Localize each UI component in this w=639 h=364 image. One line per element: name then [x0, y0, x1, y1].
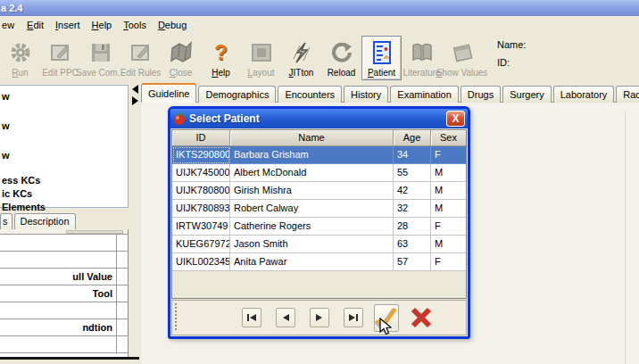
main-tabstrip: Guideline Demographics Encounters Histor…	[141, 83, 639, 103]
record-navigator	[242, 308, 363, 327]
window-title: a 2.4	[1, 3, 22, 13]
tab-guideline[interactable]: Guideline	[141, 83, 196, 103]
name-label: Name:	[497, 39, 526, 50]
content-divider	[625, 112, 626, 364]
tab-demographics[interactable]: Demographics	[198, 86, 276, 103]
edit-rules-button[interactable]: Edit Rules	[120, 36, 161, 80]
window-titlebar[interactable]: a 2.4	[0, 0, 639, 16]
table-row[interactable]	[0, 252, 128, 269]
floppy-disk-icon	[90, 39, 112, 66]
next-record-icon	[315, 313, 324, 322]
patient-row[interactable]: IRTW30749 Catherine Rogers 28 F	[172, 218, 466, 236]
menu-debug[interactable]: Debug	[154, 18, 194, 32]
table-row[interactable]	[0, 302, 128, 319]
last-record-icon	[348, 313, 359, 322]
lightning-bolt-icon	[291, 39, 312, 66]
panel-splitter[interactable]	[131, 82, 141, 364]
tab-encounters[interactable]: Encounters	[278, 86, 342, 103]
menu-insert[interactable]: Insert	[51, 18, 87, 32]
patient-row[interactable]: UIJK780800 Girish Mishra 42 M	[172, 182, 466, 200]
dialog-title: Select Patient	[189, 112, 443, 125]
bottom-left-tabstrip: s Description	[0, 211, 76, 229]
nav-first-button[interactable]	[242, 308, 261, 327]
layout-button[interactable]: Layout	[241, 36, 281, 80]
id-label: ID:	[497, 57, 526, 68]
close-button[interactable]: Close	[161, 36, 201, 80]
run-button[interactable]: Run	[0, 36, 40, 80]
main-toolbar: Run Edit PPC Save Com... Edit Rules Clos	[0, 34, 639, 82]
select-patient-dialog: Select Patient X ID Name Age Sex IKTS290…	[168, 106, 470, 339]
tree-item-2[interactable]: w	[2, 120, 10, 131]
table-row[interactable]: ull Value	[0, 269, 128, 285]
tab-radiology[interactable]: Radiology	[616, 86, 639, 103]
pencil-document-icon	[50, 39, 71, 66]
column-header-name[interactable]: Name	[230, 130, 394, 146]
menu-view[interactable]: ew	[0, 18, 22, 32]
edit-ppc-button[interactable]: Edit PPC	[40, 36, 80, 80]
help-button[interactable]: ? Help	[201, 36, 241, 80]
patient-table: ID Name Age Sex IKTS290800 Barbara Grish…	[171, 129, 467, 299]
previous-record-icon	[281, 313, 290, 322]
table-row[interactable]: ndtion	[0, 319, 128, 336]
patient-button[interactable]: Patient	[361, 36, 402, 80]
patient-row[interactable]: KUEG67972 Jason Smith 63 M	[172, 236, 466, 253]
collapse-right-icon[interactable]	[132, 96, 138, 105]
nav-last-button[interactable]	[344, 308, 363, 327]
tab-examination[interactable]: Examination	[390, 86, 459, 103]
knowledge-tree-panel: w w w ess KCs ic KCs Elements	[0, 85, 129, 208]
dialog-close-button[interactable]: X	[446, 111, 465, 127]
table-row[interactable]	[0, 235, 128, 252]
menu-tools[interactable]: Tools	[119, 18, 154, 32]
nav-next-button[interactable]	[310, 308, 329, 327]
patient-row-selected[interactable]: IKTS290800 Barbara Grisham 34 F	[172, 146, 466, 164]
tab-drugs[interactable]: Drugs	[461, 86, 501, 103]
table-row[interactable]	[0, 336, 128, 353]
jitton-button[interactable]: JITton	[281, 36, 321, 80]
tab-surgery[interactable]: Surgery	[502, 86, 552, 103]
patient-row[interactable]: UIJK780893 Robert Calway 32 M	[172, 200, 466, 218]
card-icon	[451, 39, 474, 66]
table-row[interactable]: Tool	[0, 285, 128, 302]
tree-item-5[interactable]: ic KCs	[2, 188, 32, 199]
menu-help[interactable]: Help	[87, 18, 120, 32]
patient-chart-icon	[372, 39, 392, 66]
folded-map-icon	[169, 39, 194, 66]
mouse-cursor	[379, 318, 392, 338]
save-button[interactable]: Save Com...	[80, 36, 120, 80]
properties-table-header[interactable]	[0, 229, 128, 235]
dialog-button-bar	[171, 300, 467, 335]
show-values-button[interactable]: Show Values	[442, 36, 482, 80]
tree-item-3[interactable]: w	[2, 150, 10, 161]
first-record-icon	[246, 313, 257, 322]
books-icon	[410, 39, 435, 66]
tree-item-4[interactable]: ess KCs	[2, 175, 40, 186]
cancel-button[interactable]	[408, 304, 435, 331]
collapse-left-icon[interactable]	[132, 85, 138, 94]
panel-bottom-edge	[0, 357, 139, 360]
tab-properties[interactable]: s	[0, 213, 12, 229]
patient-row[interactable]: UIJK745000 Albert McDonald 55 M	[172, 164, 466, 182]
column-header-sex[interactable]: Sex	[431, 130, 466, 146]
application-window: a 2.4 ew Edit Insert Help Tools Debug Ru…	[0, 0, 639, 364]
question-mark-icon: ?	[214, 39, 228, 66]
nav-prev-button[interactable]	[276, 308, 295, 327]
tab-description[interactable]: Description	[14, 213, 76, 229]
menu-edit[interactable]: Edit	[22, 18, 51, 32]
dialog-titlebar[interactable]: Select Patient X	[170, 109, 468, 128]
column-header-age[interactable]: Age	[394, 130, 431, 146]
column-header-id[interactable]: ID	[172, 130, 230, 146]
patient-table-header: ID Name Age Sex	[172, 130, 466, 146]
patient-info-labels: Name: ID:	[497, 39, 526, 75]
layout-grid-icon	[251, 39, 272, 66]
reload-button[interactable]: Reload	[321, 36, 361, 80]
header-scrollbar[interactable]	[66, 230, 123, 234]
circular-arrow-icon	[330, 39, 353, 66]
properties-table: ull Value Tool ndtion	[0, 229, 129, 357]
patient-row[interactable]: UIKL002345 Anita Pawar 57 F	[172, 253, 466, 271]
toolbar-grip[interactable]	[174, 303, 178, 332]
tree-item-1[interactable]: w	[2, 91, 10, 102]
red-x-icon	[409, 305, 434, 330]
tab-history[interactable]: History	[344, 86, 388, 103]
gear-icon	[9, 39, 32, 66]
tab-laboratory[interactable]: Laboratory	[553, 86, 615, 103]
